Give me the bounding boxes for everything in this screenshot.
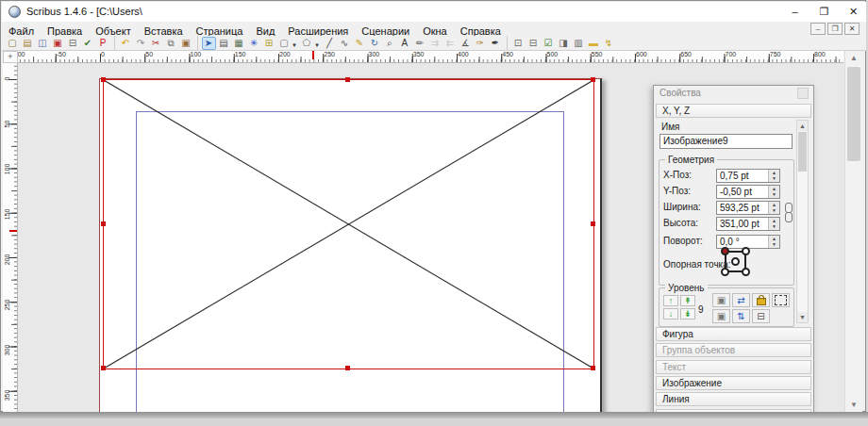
basepoint-bottom-right[interactable] [742,268,750,276]
selection-handle[interactable] [591,77,595,82]
insert-freehand-line-button[interactable]: ✎ [352,37,366,50]
rotation-spinner[interactable]: ▲▼ [768,236,779,248]
panel-scroll-down-icon[interactable]: ▼ [797,312,808,322]
insert-text-frame-button[interactable]: ▤ [217,37,231,50]
scroll-up-icon[interactable]: ▲ [845,51,862,65]
pdf-checkbox-tool[interactable]: ☑ [541,37,555,50]
spin-down-icon[interactable]: ▼ [769,207,779,213]
mirror-horizontal-button[interactable]: ▣ [712,293,730,307]
save-document-button[interactable]: ◫ [36,37,50,50]
tab-xyz[interactable]: X, Y, Z [656,104,811,118]
width-spinner[interactable]: ▲▼ [768,202,779,214]
scrollbar-thumb[interactable] [847,67,860,161]
raise-level-button[interactable]: ↑ [663,295,678,306]
insert-polygon-button-dropdown-icon[interactable]: ▼ [314,42,320,48]
insert-table-button[interactable]: ⊞ [262,37,276,50]
mdi-minimize-button[interactable]: – [810,23,826,35]
pdf-combo-box-tool[interactable]: ◨ [556,37,570,50]
insert-image-frame-button[interactable]: ▦ [232,37,246,50]
insert-shape-button[interactable]: ▢ [277,37,292,50]
ruler-origin-button[interactable]: + [3,51,18,63]
basepoint-top-right[interactable] [742,247,750,255]
open-document-button[interactable]: ▤ [21,37,35,50]
height-field[interactable]: 351,00 pt▲▼ [716,217,780,231]
redo-button[interactable]: ↷ [134,37,148,50]
restore-button[interactable]: ❐ [810,2,838,21]
panel-scrollbar[interactable]: ▲ ▼ [796,120,809,323]
insert-render-frame-button[interactable]: ✳ [247,37,261,50]
copy-button[interactable]: ⧉ [164,37,178,50]
spin-down-icon[interactable]: ▼ [769,191,779,197]
edit-contents-button[interactable]: A [397,37,411,50]
basepoint-top-left[interactable] [721,247,729,255]
lower-to-bottom-button[interactable]: ↡ [680,308,695,320]
rotate-item-button[interactable]: ↻ [367,37,381,50]
pdf-list-box-tool[interactable]: ▥ [571,37,585,50]
y-pos-field[interactable]: -0,50 pt▲▼ [716,185,780,199]
pdf-text-annotation-tool[interactable]: ▬ [586,37,600,50]
insert-shape-button-dropdown-icon[interactable]: ▼ [292,42,297,48]
print-object-button[interactable]: ⊟ [752,309,770,323]
panel-scroll-up-icon[interactable]: ▲ [797,121,808,131]
link-width-height-icon[interactable] [785,212,793,222]
insert-bezier-curve-button[interactable]: ∿ [337,37,351,50]
selection-handle[interactable] [101,221,106,226]
mdi-restore-button[interactable]: ❐ [827,23,843,35]
lock-size-button[interactable] [772,293,790,307]
insert-polygon-button[interactable]: ⬠ [299,37,313,50]
copy-item-properties-button[interactable]: ✑ [473,37,487,50]
insert-line-button[interactable]: ╱ [322,37,336,50]
panel-close-button[interactable] [797,88,809,99]
y-pos-spinner[interactable]: ▲▼ [768,186,779,198]
edit-text-story-editor-button[interactable]: ✏ [412,37,426,50]
basepoint-center[interactable] [731,257,740,266]
selection-handle[interactable] [591,221,595,226]
scroll-down-icon[interactable]: ▼ [845,398,862,412]
selection-handle[interactable] [345,366,350,370]
close-button[interactable]: ✕ [840,2,867,21]
selection-handle[interactable] [101,366,106,370]
basepoint-bottom-left[interactable] [721,268,729,276]
width-field[interactable]: 593,25 pt▲▼ [716,201,780,215]
select-item-button[interactable]: ➤ [202,37,216,50]
close-document-button[interactable]: ▣ [51,37,65,50]
flip-vertical-button[interactable]: ⇅ [732,309,750,323]
lower-level-button[interactable]: ↓ [663,308,678,320]
new-document-button[interactable]: ▢ [6,37,20,50]
minimize-button[interactable]: – [781,2,809,21]
height-spinner[interactable]: ▲▼ [768,218,779,230]
mdi-close-button[interactable]: ✕ [844,23,860,35]
raise-to-top-button[interactable]: ↟ [680,295,695,306]
preflight-verifier-button[interactable]: ✔ [81,37,95,50]
section-image[interactable]: Изображение [656,376,811,390]
section-shape[interactable]: Фигура [656,327,811,341]
measurements-button[interactable]: ∡ [458,37,472,50]
print-document-button[interactable]: ⊟ [66,37,80,50]
section-line[interactable]: Линия [656,392,811,406]
spin-down-icon[interactable]: ▼ [769,241,779,247]
paste-button[interactable]: ▣ [179,37,193,50]
pdf-text-field-tool[interactable]: ⊟ [526,37,540,50]
x-pos-field[interactable]: 0,75 pt▲▼ [716,169,780,183]
object-name-input[interactable]: Изображение9 [659,134,793,149]
spin-down-icon[interactable]: ▼ [769,175,779,181]
export-pdf-button[interactable]: P [96,37,110,50]
lock-object-button[interactable] [752,293,770,307]
zoom-tool-button[interactable]: ⌕ [382,37,396,50]
pdf-link-annotation-tool[interactable]: ↯ [601,37,615,50]
undo-button[interactable]: ↶ [119,37,133,50]
selection-handle[interactable] [101,77,106,82]
canvas-vertical-scrollbar[interactable]: ▲ ▼ [844,51,862,413]
selected-image-frame[interactable] [103,79,594,369]
spin-down-icon[interactable]: ▼ [769,223,779,229]
flip-horizontal-button[interactable]: ⇄ [732,293,750,307]
panel-scrollbar-thumb[interactable] [798,132,807,172]
unlink-text-frames-button[interactable]: ⇇ [442,37,457,50]
mirror-vertical-button[interactable]: ▣ [712,309,730,323]
selection-handle[interactable] [345,77,350,82]
eye-dropper-button[interactable]: ✒ [488,37,502,50]
selection-handle[interactable] [591,366,595,370]
pdf-push-button-tool[interactable]: ⊡ [510,37,525,50]
cut-button[interactable]: ✂ [149,37,163,50]
x-pos-spinner[interactable]: ▲▼ [768,170,779,182]
